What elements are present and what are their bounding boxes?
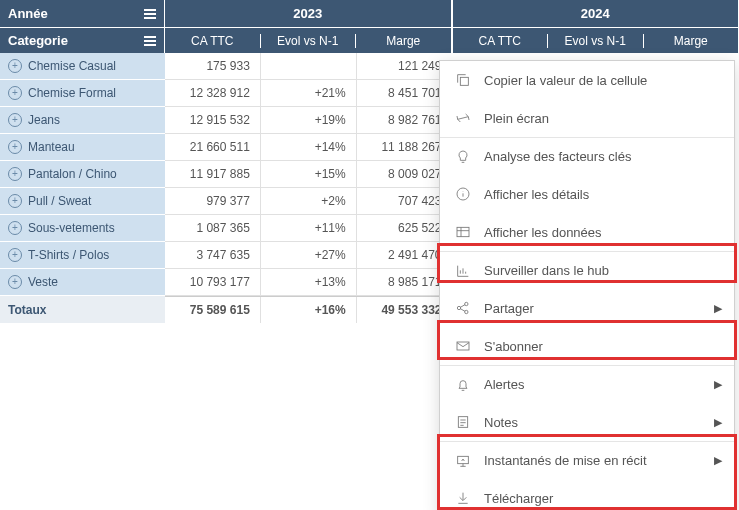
col-marge-2024[interactable]: Marge <box>644 34 739 48</box>
category-row[interactable]: +Jeans <box>0 107 165 134</box>
ctx-monitor-hub[interactable]: Surveiller dans le hub <box>440 251 734 289</box>
chevron-right-icon: ▶ <box>714 416 722 429</box>
cell-marge[interactable]: 121 249 <box>357 53 452 79</box>
category-label: Chemise Casual <box>28 59 116 73</box>
cell-evol[interactable]: +19% <box>261 107 357 133</box>
cell-marge[interactable]: 8 982 761 <box>357 107 452 133</box>
cell-marge[interactable]: 707 423 <box>357 188 452 214</box>
table-row: 175 933121 249 <box>165 53 452 80</box>
category-label: T-Shirts / Polos <box>28 248 109 262</box>
table-icon <box>454 223 472 241</box>
expand-icon[interactable]: + <box>8 113 22 127</box>
category-row[interactable]: +Chemise Casual <box>0 53 165 80</box>
table-row: 11 917 885+15%8 009 027 <box>165 161 452 188</box>
category-row[interactable]: +Veste <box>0 269 165 296</box>
expand-icon[interactable]: + <box>8 221 22 235</box>
cell-ca[interactable]: 10 793 177 <box>165 269 261 295</box>
cell-marge[interactable]: 2 491 470 <box>357 242 452 268</box>
svg-rect-6 <box>457 342 469 350</box>
cell-evol[interactable]: +21% <box>261 80 357 106</box>
col-ca-2024[interactable]: CA TTC <box>453 34 549 48</box>
table-row: 12 915 532+19%8 982 761 <box>165 107 452 134</box>
cell-marge[interactable]: 8 985 171 <box>357 269 452 295</box>
cell-evol[interactable]: +11% <box>261 215 357 241</box>
header-annee: Année <box>0 0 165 27</box>
category-label: Chemise Formal <box>28 86 116 100</box>
ctx-alerts[interactable]: Alertes ▶ <box>440 365 734 403</box>
cell-marge[interactable]: 11 188 267 <box>357 134 452 160</box>
col-evol-2023[interactable]: Evol vs N-1 <box>261 34 357 48</box>
ctx-snapshots[interactable]: Instantanés de mise en récit ▶ <box>440 441 734 479</box>
svg-point-5 <box>465 310 468 313</box>
table-row: 1 087 365+11%625 522 <box>165 215 452 242</box>
cell-marge[interactable]: 8 009 027 <box>357 161 452 187</box>
expand-icon[interactable]: + <box>8 194 22 208</box>
category-row[interactable]: +Chemise Formal <box>0 80 165 107</box>
cell-ca[interactable]: 21 660 511 <box>165 134 261 160</box>
ctx-download[interactable]: Télécharger <box>440 479 734 510</box>
total-ca: 75 589 615 <box>165 297 261 323</box>
category-row[interactable]: +Manteau <box>0 134 165 161</box>
ctx-show-data[interactable]: Afficher les données <box>440 213 734 251</box>
cell-evol[interactable]: +2% <box>261 188 357 214</box>
expand-icon[interactable]: + <box>8 248 22 262</box>
category-row[interactable]: +Pantalon / Chino <box>0 161 165 188</box>
cell-ca[interactable]: 1 087 365 <box>165 215 261 241</box>
totals-row: 75 589 615+16%49 553 332 <box>165 296 452 323</box>
chevron-right-icon: ▶ <box>714 302 722 315</box>
expand-icon[interactable]: + <box>8 275 22 289</box>
mail-icon <box>454 337 472 355</box>
expand-icon[interactable]: + <box>8 86 22 100</box>
ctx-subscribe[interactable]: S'abonner <box>440 327 734 365</box>
category-row[interactable]: +T-Shirts / Polos <box>0 242 165 269</box>
menu-icon-annee[interactable] <box>144 9 156 19</box>
table-row: 21 660 511+14%11 188 267 <box>165 134 452 161</box>
ctx-copy-cell[interactable]: Copier la valeur de la cellule <box>440 61 734 99</box>
expand-icon[interactable]: + <box>8 167 22 181</box>
cell-ca[interactable]: 11 917 885 <box>165 161 261 187</box>
expand-icon[interactable]: + <box>8 59 22 73</box>
table-row: 10 793 177+13%8 985 171 <box>165 269 452 296</box>
table-row: 3 747 635+27%2 491 470 <box>165 242 452 269</box>
cell-ca[interactable]: 979 377 <box>165 188 261 214</box>
cell-ca[interactable]: 12 328 912 <box>165 80 261 106</box>
table-row: 979 377+2%707 423 <box>165 188 452 215</box>
menu-icon-categorie[interactable] <box>144 36 156 46</box>
cell-evol[interactable] <box>261 53 357 79</box>
ctx-fullscreen[interactable]: Plein écran <box>440 99 734 137</box>
cell-ca[interactable]: 175 933 <box>165 53 261 79</box>
cell-evol[interactable]: +13% <box>261 269 357 295</box>
download-icon <box>454 489 472 507</box>
cell-ca[interactable]: 3 747 635 <box>165 242 261 268</box>
ctx-analyze[interactable]: Analyse des facteurs clés <box>440 137 734 175</box>
cell-ca[interactable]: 12 915 532 <box>165 107 261 133</box>
category-row[interactable]: +Sous-vetements <box>0 215 165 242</box>
ctx-share[interactable]: Partager ▶ <box>440 289 734 327</box>
label-categorie: Categorie <box>8 33 68 48</box>
category-label: Veste <box>28 275 58 289</box>
year-header-2024[interactable]: 2024 <box>453 0 740 27</box>
col-evol-2024[interactable]: Evol vs N-1 <box>548 34 644 48</box>
ctx-notes[interactable]: Notes ▶ <box>440 403 734 441</box>
info-icon <box>454 185 472 203</box>
col-marge-2023[interactable]: Marge <box>356 34 451 48</box>
notes-icon <box>454 413 472 431</box>
bell-icon <box>454 376 472 394</box>
cell-marge[interactable]: 625 522 <box>357 215 452 241</box>
cell-evol[interactable]: +27% <box>261 242 357 268</box>
category-label: Pantalon / Chino <box>28 167 117 181</box>
context-menu: Copier la valeur de la cellule Plein écr… <box>439 60 735 510</box>
year-header-2023[interactable]: 2023 <box>165 0 452 27</box>
share-icon <box>454 299 472 317</box>
cell-evol[interactable]: +15% <box>261 161 357 187</box>
lightbulb-icon <box>454 148 472 166</box>
cell-evol[interactable]: +14% <box>261 134 357 160</box>
svg-rect-2 <box>457 227 469 236</box>
fullscreen-icon <box>454 109 472 127</box>
expand-icon[interactable]: + <box>8 140 22 154</box>
ctx-details[interactable]: Afficher les détails <box>440 175 734 213</box>
chart-icon <box>454 262 472 280</box>
cell-marge[interactable]: 8 451 701 <box>357 80 452 106</box>
col-ca-2023[interactable]: CA TTC <box>165 34 261 48</box>
category-row[interactable]: +Pull / Sweat <box>0 188 165 215</box>
